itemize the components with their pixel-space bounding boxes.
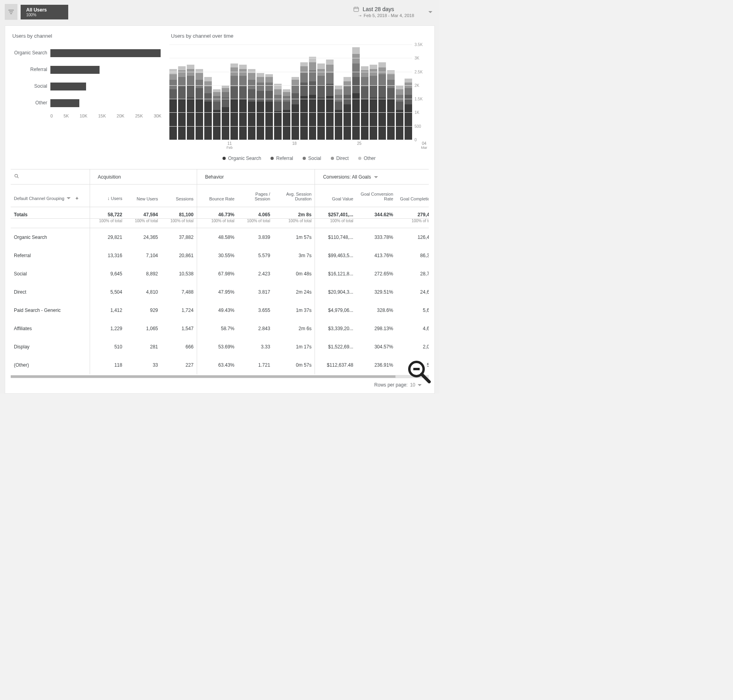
- horizontal-scrollbar[interactable]: [11, 375, 429, 378]
- column-segment: [326, 96, 334, 140]
- legend-label: Direct: [336, 156, 349, 161]
- stacked-column: [317, 63, 325, 140]
- column-segment: [352, 47, 360, 54]
- data-cell: $3,339,20...: [315, 319, 357, 338]
- table-row[interactable]: Display51028166653.69%3.331m 17s$1,522,6…: [11, 338, 429, 356]
- column-segment: [169, 80, 177, 89]
- totals-cell: 47,594: [125, 207, 161, 219]
- chevron-down-icon[interactable]: [418, 384, 422, 386]
- table-row[interactable]: Social9,6458,89210,53867.98%2.4230m 48s$…: [11, 265, 429, 283]
- stacked-column: [213, 89, 221, 140]
- legend-item[interactable]: Organic Search: [223, 156, 261, 161]
- column-header[interactable]: New Users: [125, 185, 161, 207]
- scrollbar-thumb[interactable]: [11, 375, 395, 378]
- hbar-track: [50, 98, 161, 108]
- table-scroll[interactable]: Acquisition Behavior Conversions: All Go…: [11, 169, 429, 378]
- filter-button[interactable]: [5, 4, 17, 20]
- data-cell: 510: [90, 338, 125, 356]
- dimension-cell: Social: [11, 265, 90, 283]
- table-row[interactable]: Organic Search29,82124,36537,88248.58%3.…: [11, 228, 429, 247]
- column-header[interactable]: Pages / Session: [238, 185, 273, 207]
- users-by-channel-chart: Users by channel Organic Search Referral…: [11, 31, 161, 163]
- column-segment: [387, 99, 395, 140]
- data-cell: 5.579: [238, 246, 273, 265]
- data-cell: 48.58%: [197, 228, 238, 247]
- data-cell: 5,504: [90, 283, 125, 301]
- column-segment: [396, 85, 403, 89]
- segment-chip[interactable]: All Users 100%: [21, 5, 68, 19]
- column-segment: [213, 89, 221, 92]
- data-cell: 63.43%: [197, 356, 238, 374]
- data-cell: 1,724: [161, 301, 197, 319]
- column-header[interactable]: Avg. Session Duration: [273, 185, 315, 207]
- hbar-fill: [50, 66, 100, 74]
- column-segment: [187, 98, 194, 140]
- column-header[interactable]: Sessions: [161, 185, 197, 207]
- data-cell: 37,882: [161, 228, 197, 247]
- legend-item[interactable]: Other: [358, 156, 376, 161]
- column-segment: [248, 89, 255, 102]
- column-segment: [178, 66, 186, 70]
- column-segment: [230, 76, 238, 87]
- dimension-cell: (Other): [11, 356, 90, 374]
- column-segment: [213, 102, 221, 110]
- column-segment: [370, 65, 377, 69]
- group-conversions[interactable]: Conversions: All Goals: [315, 169, 429, 185]
- legend-item[interactable]: Referral: [271, 156, 293, 161]
- stacked-column: [230, 63, 238, 140]
- column-header[interactable]: Goal Completions: [396, 185, 429, 207]
- chevron-down-icon[interactable]: [428, 11, 432, 13]
- xaxis-tick: 04Mar: [421, 141, 428, 150]
- date-range-picker[interactable]: Last 28 days ⇢ Feb 5, 2018 - Mar 4, 2018: [353, 6, 424, 18]
- hbar-row: Social: [14, 78, 161, 94]
- column-segment: [317, 76, 325, 85]
- totals-sub-cell: 100% of total: [273, 219, 315, 228]
- hbar-category: Social: [14, 83, 50, 89]
- rows-per-page-value[interactable]: 10: [410, 382, 415, 388]
- svg-line-8: [17, 177, 19, 178]
- stacked-column: [196, 69, 203, 140]
- data-cell: 1,547: [161, 319, 197, 338]
- column-segment: [361, 77, 368, 87]
- group-acquisition: Acquisition: [90, 169, 197, 185]
- totals-cell: 4.065: [238, 207, 273, 219]
- add-dimension-button[interactable]: +: [73, 195, 79, 201]
- xaxis-tick: 30K: [154, 113, 161, 118]
- legend-item[interactable]: Social: [303, 156, 321, 161]
- column-segment: [257, 102, 264, 140]
- table-row[interactable]: Affiliates1,2291,0651,54758.7%2.8432m 6s…: [11, 319, 429, 338]
- data-cell: 666: [161, 338, 197, 356]
- stacked-column: [169, 69, 177, 140]
- data-cell: 2,030: [396, 338, 429, 356]
- data-cell: 537: [396, 356, 429, 374]
- column-segment: [257, 83, 264, 91]
- column-segment: [300, 62, 308, 66]
- table-row[interactable]: Paid Search - Generic1,4129291,72449.43%…: [11, 301, 429, 319]
- column-header[interactable]: Goal Value: [315, 185, 357, 207]
- table-search[interactable]: [11, 169, 90, 185]
- column-segment: [326, 84, 334, 96]
- column-header[interactable]: ↓ Users: [90, 185, 125, 207]
- column-header[interactable]: Bounce Rate: [197, 185, 238, 207]
- data-cell: 272.65%: [357, 265, 397, 283]
- legend: Organic SearchReferralSocialDirectOther: [169, 156, 429, 161]
- stacked-column: [178, 66, 186, 140]
- legend-item[interactable]: Direct: [331, 156, 349, 161]
- column-segment: [265, 91, 273, 102]
- svg-rect-3: [354, 7, 359, 12]
- stacked-column: [204, 77, 212, 140]
- table-row[interactable]: Direct5,5044,8107,48847.95%3.8172m 24s$2…: [11, 283, 429, 301]
- column-segment: [370, 85, 377, 98]
- data-cell: 58.7%: [197, 319, 238, 338]
- rows-per-page-label: Rows per page:: [374, 382, 408, 388]
- column-header[interactable]: Goal Conversion Rate: [357, 185, 397, 207]
- dimension-cell: Referral: [11, 246, 90, 265]
- table-row[interactable]: Referral13,3167,10420,86130.55%5.5793m 7…: [11, 246, 429, 265]
- column-segment: [309, 62, 317, 71]
- stacked-column: [370, 65, 377, 140]
- totals-sub-cell: 100% of total: [161, 219, 197, 228]
- dimension-header[interactable]: Default Channel Grouping +: [11, 185, 90, 207]
- data-cell: 2.423: [238, 265, 273, 283]
- table-row[interactable]: (Other)1183322763.43%1.7210m 57s$112,637…: [11, 356, 429, 374]
- column-segment: [274, 95, 282, 102]
